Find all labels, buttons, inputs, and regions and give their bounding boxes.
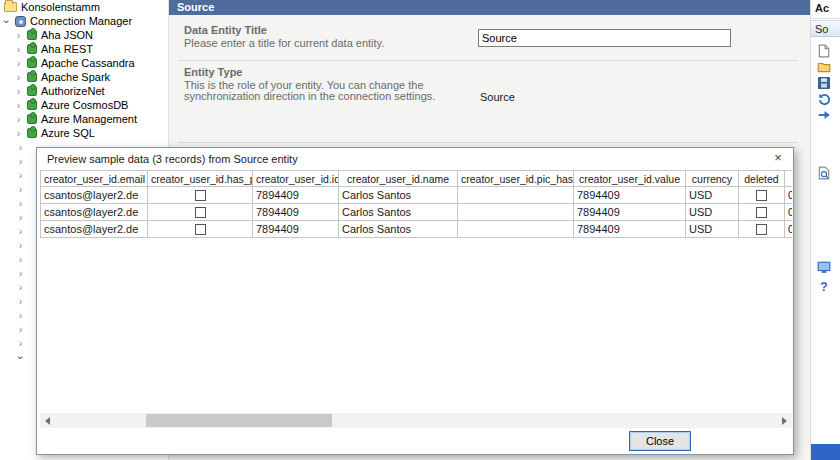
tree-item-label: Apache Cassandra [41, 57, 135, 69]
open-folder-icon[interactable] [817, 60, 831, 74]
column-header[interactable]: creator_user_id.id [253, 170, 339, 187]
chevron-collapsed-icon[interactable]: › [16, 142, 25, 153]
tree-item-label: Azure SQL [41, 127, 95, 139]
tree-item-label: Azure CosmosDB [41, 99, 128, 111]
checkbox-unchecked[interactable] [195, 224, 206, 235]
undo-arrow-icon[interactable] [817, 92, 831, 106]
column-header[interactable]: creator_user_id.has_pic [148, 170, 253, 187]
tree-item-connector[interactable]: › Aha JSON [0, 28, 168, 42]
cell-pic-hash [458, 204, 574, 221]
cell-email: csantos@layer2.de [41, 204, 148, 221]
chevron-collapsed-icon[interactable]: › [16, 338, 25, 349]
chevron-collapsed-icon[interactable]: › [16, 282, 25, 293]
tree-item-label: Connection Manager [30, 15, 132, 27]
entity-type-description-line2: synchronization direction in the connect… [184, 90, 435, 102]
help-icon[interactable]: ? [817, 280, 831, 294]
close-button[interactable]: Close [629, 431, 691, 451]
tree-item-connector[interactable]: › Azure SQL [0, 126, 168, 140]
dialog-titlebar[interactable]: Preview sample data (3 records) from Sou… [37, 148, 793, 170]
cell-name: Carlos Santos [339, 221, 458, 238]
cell-deleted [739, 221, 785, 238]
chevron-collapsed-icon[interactable]: › [16, 254, 25, 265]
chevron-collapsed-icon[interactable]: › [16, 198, 25, 209]
close-icon[interactable]: × [763, 148, 793, 170]
connection-manager-icon [15, 16, 26, 27]
chevron-collapsed-icon[interactable]: › [16, 184, 25, 195]
chevron-collapsed-icon[interactable]: › [14, 114, 23, 125]
column-header-clipped[interactable] [785, 170, 792, 187]
preview-document-icon[interactable] [817, 166, 831, 180]
connector-puzzle-icon [27, 114, 37, 124]
tree-item-connector[interactable]: › Apache Cassandra [0, 56, 168, 70]
chevron-collapsed-icon[interactable]: › [16, 296, 25, 307]
tree-item-connector[interactable]: › Azure CosmosDB [0, 98, 168, 112]
chevron-collapsed-icon[interactable]: › [16, 170, 25, 181]
section-divider [178, 60, 798, 61]
checkbox-unchecked[interactable] [195, 207, 206, 218]
cell-clipped: 0 [785, 187, 792, 204]
data-entity-title-input[interactable] [478, 29, 731, 47]
scroll-right-arrow-icon[interactable] [777, 413, 792, 428]
column-header[interactable]: deleted [739, 170, 785, 187]
horizontal-scrollbar[interactable] [40, 413, 792, 428]
tree-item-connection-manager[interactable]: › Connection Manager [0, 14, 168, 28]
cell-id: 7894409 [253, 204, 339, 221]
column-header[interactable]: creator_user_id.value [574, 170, 686, 187]
tree-item-connector[interactable]: › Apache Spark [0, 70, 168, 84]
chevron-collapsed-icon[interactable]: › [16, 156, 25, 167]
cell-clipped: 0 [785, 204, 792, 221]
section-divider [178, 142, 798, 143]
chevron-collapsed-icon[interactable]: › [14, 58, 23, 69]
cell-id: 7894409 [253, 221, 339, 238]
chevron-collapsed-icon[interactable]: › [14, 72, 23, 83]
grid-row: csantos@layer2.de 7894409 Carlos Santos … [41, 204, 792, 221]
chevron-collapsed-icon[interactable]: › [14, 128, 23, 139]
scrollbar-thumb[interactable] [146, 414, 332, 427]
checkbox-unchecked[interactable] [195, 190, 206, 201]
column-header[interactable]: creator_user_id.name [339, 170, 458, 187]
column-header[interactable]: currency [686, 170, 739, 187]
checkbox-unchecked[interactable] [756, 224, 767, 235]
cell-email: csantos@layer2.de [41, 221, 148, 238]
checkbox-unchecked[interactable] [756, 207, 767, 218]
chevron-collapsed-icon[interactable]: › [14, 44, 23, 55]
checkbox-unchecked[interactable] [756, 190, 767, 201]
cell-name: Carlos Santos [339, 204, 458, 221]
chevron-collapsed-icon[interactable]: › [16, 226, 25, 237]
cell-currency: USD [686, 187, 739, 204]
chevron-collapsed-icon[interactable]: › [16, 310, 25, 321]
cell-value: 7894409 [574, 204, 686, 221]
chevron-collapsed-icon[interactable]: › [16, 324, 25, 335]
chevron-expanded-icon[interactable]: › [1, 17, 12, 26]
cell-has-pic [148, 204, 253, 221]
column-header[interactable]: creator_user_id.pic_hash [458, 170, 574, 187]
chevron-collapsed-icon[interactable]: › [16, 240, 25, 251]
run-arrow-icon[interactable] [817, 108, 831, 122]
tree-item-konsolenstamm[interactable]: Konsolenstamm [0, 0, 168, 14]
chevron-collapsed-icon[interactable]: › [16, 212, 25, 223]
scroll-left-arrow-icon[interactable] [40, 413, 55, 428]
chevron-collapsed-icon[interactable]: › [14, 86, 23, 97]
new-document-icon[interactable] [817, 44, 831, 58]
cell-has-pic [148, 187, 253, 204]
entity-type-value: Source [480, 91, 515, 103]
pane-header-title: Source [177, 1, 214, 13]
monitor-icon[interactable] [817, 260, 831, 274]
cell-currency: USD [686, 204, 739, 221]
cell-value: 7894409 [574, 221, 686, 238]
tree-item-connector[interactable]: › Aha REST [0, 42, 168, 56]
tree-item-label: Konsolenstamm [21, 1, 100, 13]
column-header[interactable]: creator_user_id.email [41, 170, 148, 187]
chevron-collapsed-icon[interactable]: › [14, 30, 23, 41]
save-icon[interactable] [817, 76, 831, 90]
connector-puzzle-icon [27, 100, 37, 110]
preview-data-grid: creator_user_id.email creator_user_id.ha… [40, 170, 792, 238]
chevron-collapsed-icon[interactable]: › [14, 100, 23, 111]
cell-pic-hash [458, 187, 574, 204]
chevron-expanded-icon[interactable]: › [15, 353, 26, 362]
chevron-collapsed-icon[interactable]: › [16, 268, 25, 279]
data-entity-title-label: Data Entity Title [184, 24, 267, 36]
tree-item-connector[interactable]: › Azure Management [0, 112, 168, 126]
actions-panel-selected-item[interactable]: So [811, 20, 840, 37]
tree-item-connector[interactable]: › AuthorizeNet [0, 84, 168, 98]
